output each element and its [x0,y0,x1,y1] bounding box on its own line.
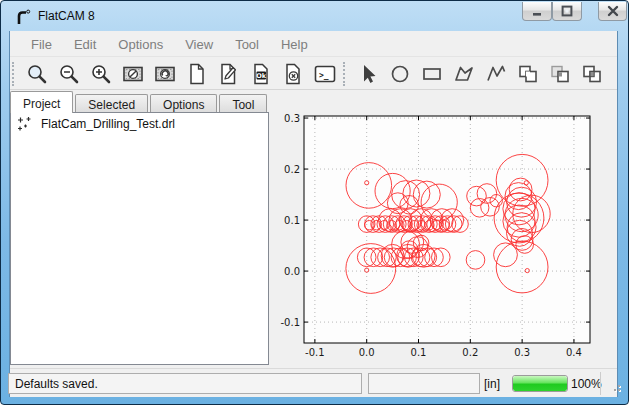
edit-file-icon [217,62,241,86]
y-tick-label: 0.0 [284,266,300,277]
zoom-in-icon [89,62,113,86]
minimize-icon [531,5,543,17]
zoom-out-icon [57,62,81,86]
maximize-icon [561,5,573,17]
progress-bar [512,375,568,392]
draw-circle-icon [388,62,412,86]
x-tick-label: 0.0 [359,347,375,358]
flatcam-window: FlatCAM 8 FileEditOptionsViewToolHelp Ok… [0,0,629,405]
window-title: FlatCAM 8 [38,9,95,23]
menu-help[interactable]: Help [270,34,319,55]
title-bar: FlatCAM 8 [1,1,628,31]
new-file-icon [185,62,209,86]
draw-rectangle-button[interactable] [419,61,445,87]
x-tick-label: 0.4 [566,347,582,358]
draw-path-button[interactable] [483,61,509,87]
tab-selected[interactable]: Selected [75,94,148,113]
cancel-file-icon [281,62,305,86]
y-tick-label: 0.2 [284,164,300,175]
drill-object-icon [17,116,34,132]
y-tick-label: -0.1 [280,317,300,328]
clear-plot-button[interactable] [120,61,146,87]
project-tree-panel: FlatCam_Drilling_Test.drl [10,112,269,365]
tab-bar: ProjectSelectedOptionsTool [10,91,269,113]
tree-item-drill-object[interactable]: FlatCam_Drilling_Test.drl [11,113,268,134]
tab-project[interactable]: Project [10,91,73,113]
client-area: FileEditOptionsViewToolHelp Ok>_ Project… [9,31,618,397]
ok-file-button[interactable]: Ok [248,61,274,87]
clear-plot-icon [121,62,145,86]
select-icon [356,62,380,86]
polygon-intersect-icon [580,62,604,86]
menu-bar: FileEditOptionsViewToolHelp [10,33,617,57]
replot-button[interactable] [152,61,178,87]
polygon-union-icon [516,62,540,86]
polygon-subtract-icon [548,62,572,86]
maximize-button[interactable] [552,2,582,21]
status-secondary-panel [368,373,480,394]
polygon-intersect-button[interactable] [579,61,605,87]
ok-file-icon: Ok [249,62,273,86]
polygon-subtract-button[interactable] [547,61,573,87]
svg-text:>_: >_ [319,70,329,79]
menu-options[interactable]: Options [107,34,174,55]
draw-rectangle-icon [420,62,444,86]
toolbar-drag-handle[interactable] [343,62,349,86]
flatcam-logo-icon [14,8,32,26]
zoom-out-button[interactable] [56,61,82,87]
y-tick-label: 0.3 [284,113,300,124]
progress-percent-label: 100% [571,377,602,391]
menu-edit[interactable]: Edit [63,34,107,55]
tab-tool[interactable]: Tool [219,94,267,113]
menu-view[interactable]: View [174,34,224,55]
edit-file-button[interactable] [216,61,242,87]
toolbar: Ok>_ [10,58,617,90]
shell-button[interactable]: >_ [312,61,338,87]
menu-file[interactable]: File [20,34,63,55]
close-button[interactable] [598,2,627,21]
toolbar-drag-handle[interactable] [12,62,18,86]
close-icon [607,5,619,17]
tree-item-label: FlatCam_Drilling_Test.drl [41,117,175,131]
draw-path-icon [484,62,508,86]
x-tick-label: 0.1 [411,347,427,358]
x-tick-label: 0.2 [462,347,478,358]
units-indicator: [in] [484,377,500,391]
zoom-fit-button[interactable] [24,61,50,87]
shell-icon: >_ [313,62,337,86]
menu-tool[interactable]: Tool [224,34,270,55]
minimize-button[interactable] [522,2,552,21]
zoom-in-button[interactable] [88,61,114,87]
y-tick-label: 0.1 [284,215,300,226]
svg-text:Ok: Ok [256,71,267,79]
select-button[interactable] [355,61,381,87]
new-file-button[interactable] [184,61,210,87]
draw-polygon-icon [452,62,476,86]
progress-fill [513,376,567,391]
polygon-union-button[interactable] [515,61,541,87]
cancel-file-button[interactable] [280,61,306,87]
tab-options[interactable]: Options [150,94,217,113]
resize-grip[interactable] [608,379,622,393]
plot-canvas[interactable]: -0.10.00.10.20.30.4-0.10.00.10.20.3 [272,113,602,366]
statusbar-separator [600,372,601,395]
status-bar: Defaults saved. [in] 100% [10,368,617,397]
draw-polygon-button[interactable] [451,61,477,87]
x-tick-label: 0.3 [514,347,530,358]
status-message: Defaults saved. [8,373,362,394]
x-tick-label: -0.1 [305,347,325,358]
draw-circle-button[interactable] [387,61,413,87]
replot-icon [153,62,177,86]
zoom-fit-icon [25,62,49,86]
